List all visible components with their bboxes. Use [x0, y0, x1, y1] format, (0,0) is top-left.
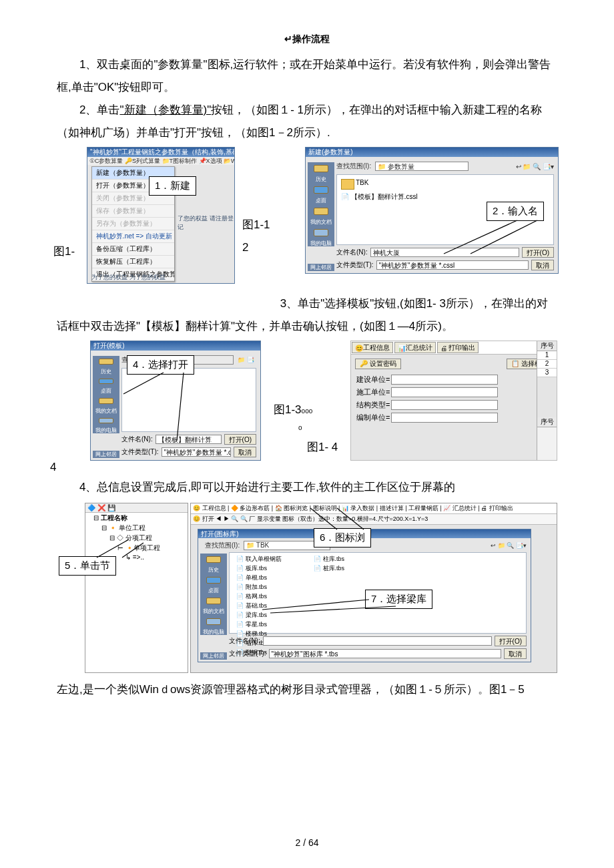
open-button[interactable]: 打开(O)	[495, 636, 527, 646]
printer-icon: 🖨	[440, 345, 447, 351]
cancel-button[interactable]: 取消	[234, 447, 256, 457]
field-builder: 建设单位=	[351, 373, 557, 386]
fig4-grid: 序号 1 2 3 序号	[537, 341, 557, 460]
file-item[interactable]: 📄 基础.tbs	[236, 602, 282, 610]
callout-6-browse: 6．图标浏	[314, 528, 371, 548]
tab-summary[interactable]: 📊汇总统计	[394, 342, 436, 353]
mycomputer-icon[interactable]	[99, 418, 113, 424]
page-title: ↵操作流程	[57, 33, 557, 45]
chart-icon: 📊	[398, 345, 404, 351]
fname-label: 文件名(N):	[229, 636, 260, 646]
fig1-titlebar: "神机妙算"工程量钢筋之参数算量（结构,装饰,基础钢筋,安装,市政,公	[87, 148, 234, 157]
netplaces-label[interactable]: 网上邻居	[93, 451, 119, 458]
open-button[interactable]: 打开(O)	[522, 247, 554, 258]
builder-input[interactable]	[391, 375, 498, 385]
compile-input[interactable]	[391, 413, 498, 423]
mycomputer-icon[interactable]	[206, 618, 221, 625]
paragraph-4: 4、总信息设置完成后,即可以开始进行主要工作,软件的主工作区位于屏幕的	[57, 476, 557, 499]
fig2-sidebar: 历史 桌面 我的文档 我的电脑	[308, 162, 334, 246]
fig2-lookin-row: 查找范围(I): 📁 参数算量 ↩ 📁 🔍 📑▾	[336, 161, 554, 172]
fname-input[interactable]: 【模板】翻样计算	[156, 435, 222, 444]
page-number: 2 / 64	[0, 837, 614, 848]
callout-7-beam: 7．选择梁库	[365, 590, 432, 609]
tree-toolbar: 🔷 ❌ 💾	[85, 503, 188, 513]
fname-input[interactable]	[263, 636, 492, 646]
file-item[interactable]: 📄 桩库.tbs	[314, 564, 344, 573]
open-button[interactable]: 打开(O)	[224, 434, 256, 445]
fig5-dialog: 打开(图标库) 查找范围(I): 📁 TBK ↩ 📁 🔍 📑▾ 历史 桌面 我的…	[198, 529, 531, 662]
nav-icons[interactable]: ↩ 📁 🔍 📑▾	[491, 542, 527, 549]
ftype-label: 文件类型(T):	[336, 260, 374, 270]
nav-icons[interactable]: ↩ 📁 🔍 📑▾	[516, 163, 554, 170]
menu-backup[interactable]: 备份压缩（工程库）	[92, 243, 174, 256]
callout-2-input: 2．输入名	[487, 202, 544, 221]
lookin-label: 查找范围(I):	[336, 162, 371, 171]
fig4-label: 图1- 4	[307, 439, 338, 455]
desktop-icon[interactable]	[99, 379, 113, 385]
tab-print[interactable]: 🖨打印输出	[437, 342, 479, 353]
cancel-button[interactable]: 取消	[531, 260, 554, 270]
file-item[interactable]: 📄 格网.tbs	[236, 592, 282, 601]
fig3-file-area[interactable]	[121, 368, 256, 432]
fig5-mainpane: 😊 工程信息 | 🔶 多边形布筋 | 🏠 图标浏览 | 图标说明 | 📊 录入数…	[190, 503, 557, 673]
fig3-sidebar: 历史 桌面 我的文档 我的电脑	[93, 356, 119, 433]
field-construction: 施工单位=	[351, 386, 557, 399]
fig2-titlebar: 新建(参数算量)	[306, 148, 558, 157]
paragraph-5: 左边,是一个类似Winｄows资源管理器格式的树形目录式管理器，（如图１-５所示…	[57, 678, 557, 701]
struct-input[interactable]	[391, 400, 498, 410]
file-item-beam[interactable]: 📄 梁库.tbs	[236, 611, 282, 620]
fig4-panel: 😊工程信息 📊汇总统计 🖨打印输出 🔑 设置密码 📋 选择模板 建设单位= 施工…	[350, 341, 557, 461]
fig5-tree[interactable]: 🔷 ❌ 💾 ⊟ 工程名称 ⊟ 🔸 单位工程 ⊟ ◇ 分项工程 ⊢ 🔸单项工程 ↳…	[85, 503, 188, 673]
netplaces-label[interactable]: 网上邻居	[308, 264, 334, 271]
mydocs-icon[interactable]	[99, 398, 113, 404]
history-icon[interactable]	[206, 556, 221, 563]
tab-projinfo[interactable]: 😊工程信息	[352, 342, 393, 353]
file-item[interactable]: 📄 板库.tbs	[236, 564, 282, 573]
mydocs-icon[interactable]	[206, 598, 221, 604]
set-password-button[interactable]: 🔑 设置密码	[355, 359, 401, 369]
folder-name[interactable]: TBK	[356, 179, 368, 186]
fname-label: 文件名(N):	[336, 248, 368, 257]
fig1-label-left: 图1-	[53, 244, 75, 259]
ftype-input[interactable]: "神机妙算"图标库 *.tbs	[269, 649, 501, 658]
history-icon[interactable]	[314, 165, 328, 172]
menu-update[interactable]: 神机妙算.net => 自动更新	[92, 230, 174, 243]
callout-1-new: 1．新建	[149, 176, 196, 196]
cancel-button[interactable]: 取消	[504, 648, 527, 659]
mycomputer-icon[interactable]	[314, 229, 328, 236]
file-item[interactable]: 📄 附加.tbs	[236, 583, 282, 592]
netplaces-label[interactable]: 网上邻居	[200, 652, 227, 660]
desktop-icon[interactable]	[314, 186, 328, 194]
mydocs-icon[interactable]	[314, 208, 328, 215]
fname-label: 文件名(N):	[121, 435, 153, 444]
nav-icons[interactable]: 📁 📑	[238, 357, 254, 363]
folder-icon[interactable]	[341, 179, 354, 190]
grid-header2: 序号	[537, 417, 557, 427]
file-item[interactable]: 📄 零星.tbs	[236, 620, 282, 629]
grid-row: 2	[537, 360, 557, 369]
file-item[interactable]: 📄 【模板】翻样计算.cssl	[341, 192, 418, 202]
construction-input[interactable]	[391, 387, 498, 397]
desktop-icon[interactable]	[206, 577, 221, 584]
tree-l3[interactable]: ⊢ 🔸单项工程 ↳ =>..	[117, 543, 188, 562]
file-item[interactable]: 📄 单根.tbs	[236, 574, 282, 582]
lookin-value[interactable]: 📁 参数算量	[375, 162, 469, 171]
field-compile: 编制单位=	[351, 411, 557, 424]
fname-input[interactable]: 神机大厦	[370, 248, 519, 257]
fig5-toolbar-2[interactable]: 😊 打开 ◀ ▶ 🔍 🔍 厂 显示变量 图标（双击）选中：数量=0.横排=4.尺…	[191, 514, 557, 525]
file-item[interactable]: 📄 柱库.tbs	[314, 555, 344, 564]
grid-header: 序号	[537, 341, 557, 351]
ftype-input[interactable]: "神机妙算"参数算量 *.cssl	[162, 447, 231, 457]
history-icon[interactable]	[99, 359, 113, 365]
menu-save: 保存（参数算量）	[92, 205, 174, 218]
fig5-toolbar-1[interactable]: 😊 工程信息 | 🔶 多边形布筋 | 🏠 图标浏览 | 图标说明 | 📊 录入数…	[191, 503, 557, 514]
fig1-footer-note: 为了您的权益 为了您的权益	[91, 273, 230, 282]
file-item[interactable]: 📄 联入单根钢筋	[236, 555, 282, 564]
grid-row: 1	[537, 351, 557, 360]
callout-5-node: 5．单击节	[59, 556, 116, 576]
menu-restore[interactable]: 恢复解压（工程库）	[92, 256, 174, 268]
tree-l4[interactable]: ↳ =>..	[125, 553, 188, 562]
tree-l2[interactable]: ⊟ ◇ 分项工程 ⊢ 🔸单项工程 ↳ =>..	[109, 533, 188, 563]
ftype-input[interactable]: "神机妙算"参数算量 *.cssl	[376, 260, 529, 270]
p2-underline: "新建（参数算量)"	[119, 103, 211, 116]
